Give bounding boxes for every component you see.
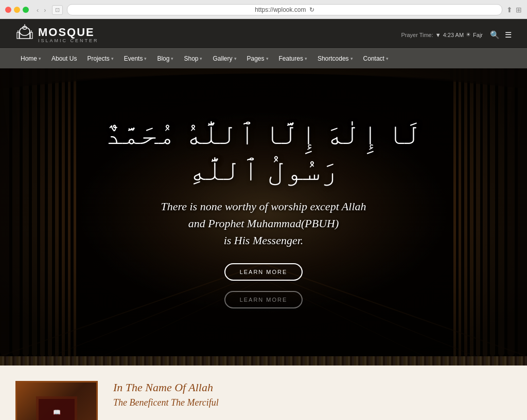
nav-link-home[interactable]: Home ▾ (15, 49, 46, 68)
website: MOSQUE ISLAMIC CENTER Prayer Time: ▼ 4:2… (0, 19, 527, 420)
below-hero-title: In The Name Of Allah (113, 381, 512, 394)
hero-tagline: There is none worthy of worship except A… (99, 198, 428, 249)
hero-tagline-line2: and Prophet Muhammad(PBUH) (188, 217, 339, 230)
nav-item-contact: Contact ▾ (358, 49, 394, 68)
nav-item-blog: Blog ▾ (152, 49, 179, 68)
nav-item-shop: Shop ▾ (179, 49, 207, 68)
minimize-button[interactable] (14, 7, 20, 13)
nav-link-contact[interactable]: Contact ▾ (358, 49, 394, 68)
nav-arrow-shortcodes: ▾ (350, 56, 353, 61)
prayer-time-label: Prayer Time: (401, 32, 433, 38)
svg-text:📖: 📖 (53, 408, 61, 416)
prayer-clock-icon: ▼ (435, 32, 441, 38)
header-icons: 🔍 ☰ (490, 30, 512, 40)
nav-arrow-features: ▾ (305, 56, 307, 61)
svg-rect-2 (17, 32, 19, 39)
nav-arrow-projects: ▾ (111, 56, 114, 61)
nav-item-pages: Pages ▾ (242, 49, 274, 68)
close-button[interactable] (5, 7, 11, 13)
nav-link-pages[interactable]: Pages ▾ (242, 49, 274, 68)
learn-more-button-secondary[interactable]: LEARN MORE (224, 291, 303, 308)
logo-name: MOSQUE (38, 27, 99, 38)
share-icon[interactable]: ⬆ (506, 6, 513, 14)
browser-chrome: ‹ › ⊡ https://wplook.com ↻ ⬆ ⊞ (0, 0, 527, 19)
hero-tagline-line3: is His Messenger. (224, 234, 304, 247)
nav-link-blog[interactable]: Blog ▾ (152, 49, 179, 68)
browser-actions: ⬆ ⊞ (506, 6, 522, 14)
nav-arrow-shop: ▾ (200, 56, 202, 61)
svg-rect-3 (30, 32, 32, 39)
nav-item-projects: Projects ▾ (82, 49, 118, 68)
nav-link-about[interactable]: About Us (46, 49, 82, 68)
nav-item-features: Features ▾ (274, 49, 312, 68)
learn-more-button-primary[interactable]: LEARN MORE (224, 263, 303, 281)
prayer-sun-icon: ☀ (466, 31, 471, 38)
prayer-time: Prayer Time: ▼ 4:23 AM ☀ Fajr (401, 31, 483, 38)
below-hero-image: 📖 (15, 381, 98, 420)
nav-arrow-events: ▾ (144, 56, 147, 61)
nav-link-projects[interactable]: Projects ▾ (82, 49, 118, 68)
site-navigation: Home ▾ About Us Projects ▾ Events ▾ (0, 48, 527, 68)
traffic-lights (5, 7, 29, 13)
svg-point-0 (20, 27, 30, 35)
nav-arrow-pages: ▾ (266, 56, 269, 61)
nav-link-shop[interactable]: Shop ▾ (179, 49, 207, 68)
prayer-name: Fajr (473, 32, 483, 38)
url-text: https://wplook.com (255, 6, 306, 13)
nav-link-gallery[interactable]: Gallery ▾ (207, 49, 241, 68)
logo-area: MOSQUE ISLAMIC CENTER (15, 23, 99, 46)
hero-content: لَا إِلٰهَ إِلَّا ٱللَّٰهُ مُحَمَّدٌ رَس… (89, 116, 438, 308)
hero-section: لَا إِلٰهَ إِلَّا ٱللَّٰهُ مُحَمَّدٌ رَس… (0, 68, 527, 356)
back-icon[interactable]: ‹ (35, 6, 40, 14)
forward-icon[interactable]: › (42, 6, 47, 14)
nav-items: Home ▾ About Us Projects ▾ Events ▾ (15, 49, 394, 68)
bookmark-icon[interactable]: ⊞ (516, 6, 522, 14)
nav-arrow-gallery: ▾ (234, 56, 237, 61)
hero-tagline-line1: There is none worthy of worship except A… (161, 200, 366, 213)
nav-arrow-contact: ▾ (386, 56, 389, 61)
header-right: Prayer Time: ▼ 4:23 AM ☀ Fajr 🔍 ☰ (401, 30, 512, 40)
search-icon[interactable]: 🔍 (490, 30, 500, 40)
logo-text-area: MOSQUE ISLAMIC CENTER (38, 27, 99, 43)
hamburger-icon[interactable]: ☰ (505, 30, 512, 40)
nav-link-events[interactable]: Events ▾ (119, 49, 152, 68)
address-bar[interactable]: https://wplook.com ↻ (67, 4, 502, 15)
below-hero-section: 📖 In The Name Of Allah The Beneficent Th… (0, 366, 527, 420)
decorative-band (0, 356, 527, 366)
header-top: MOSQUE ISLAMIC CENTER Prayer Time: ▼ 4:2… (15, 19, 512, 48)
nav-arrow-home: ▾ (39, 56, 41, 61)
window-button[interactable]: ⊡ (52, 5, 63, 15)
arabic-calligraphy-text: لَا إِلٰهَ إِلَّا ٱللَّٰهُ مُحَمَّدٌ رَس… (99, 116, 428, 188)
below-hero-text: In The Name Of Allah The Beneficent The … (113, 381, 512, 408)
nav-item-gallery: Gallery ▾ (207, 49, 241, 68)
below-hero-subtitle: The Beneficent The Merciful (113, 397, 512, 408)
nav-item-events: Events ▾ (119, 49, 152, 68)
prayer-time-value: 4:23 AM (443, 32, 464, 38)
nav-arrow-blog: ▾ (171, 56, 173, 61)
site-header: MOSQUE ISLAMIC CENTER Prayer Time: ▼ 4:2… (0, 19, 527, 48)
refresh-icon[interactable]: ↻ (309, 6, 314, 13)
nav-link-features[interactable]: Features ▾ (274, 49, 312, 68)
browser-nav: ‹ › (35, 6, 48, 14)
logo-subtitle: ISLAMIC CENTER (38, 38, 99, 43)
nav-item-shortcodes: Shortcodes ▾ (312, 49, 358, 68)
nav-item-home: Home ▾ (15, 49, 46, 68)
mosque-logo-icon (15, 23, 34, 46)
nav-link-shortcodes[interactable]: Shortcodes ▾ (312, 49, 358, 68)
fullscreen-button[interactable] (23, 7, 29, 13)
nav-item-about: About Us (46, 49, 82, 68)
